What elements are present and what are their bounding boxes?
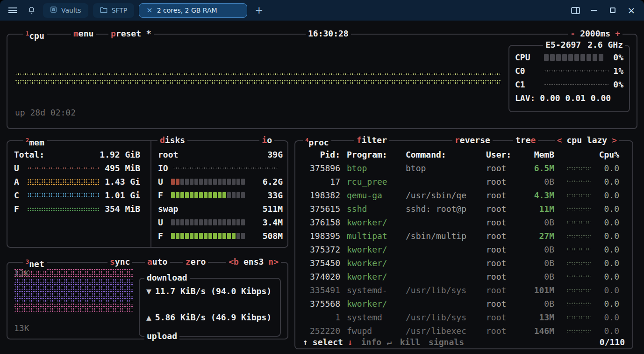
minimize-button[interactable] [587, 3, 601, 17]
cpu-usage-graph-line2 [15, 79, 501, 84]
net-graph-layer-top [14, 268, 133, 278]
preset-toggle[interactable]: preset * [108, 28, 154, 39]
select-label: select [313, 337, 343, 347]
process-count: 0/110 [600, 337, 625, 347]
mem-total-row: Total: 1.92 GiB [7, 148, 150, 161]
process-user: root [486, 312, 522, 322]
process-footer: ↑ select ↓ info ↵ kill signals 0/110 [296, 336, 631, 348]
info-button[interactable]: info ↵ [361, 337, 392, 347]
process-row[interactable]: 17 rcu_pree root 0B 0.0 [295, 175, 632, 188]
process-row[interactable]: 375450 kworker/ root 0B 0.0 [295, 256, 632, 270]
header-cpu[interactable]: Cpu% [597, 150, 619, 159]
titlebar: Vaults SFTP × 2 cores, 2 GB RAM + × [0, 0, 644, 21]
mem-cached-row: C 1.01 Gi [7, 188, 150, 202]
sort-selector[interactable]: <cpu lazy> [555, 135, 619, 146]
bell-icon[interactable] [24, 3, 38, 17]
interface-selector[interactable]: <bens3n> [226, 256, 281, 267]
process-cpu: 0.0 [597, 258, 619, 268]
process-pid: 335491 [303, 285, 340, 295]
process-row[interactable]: 375615 sshd sshd: root@p root 11M 0.0 [295, 202, 632, 216]
process-cpu-graph [566, 302, 591, 305]
tree-toggle[interactable]: tree [513, 135, 538, 146]
process-row[interactable]: 375896 btop btop root 6.5M 0.0 [295, 161, 632, 175]
hamburger-menu-icon[interactable] [6, 3, 20, 17]
process-row[interactable]: 335491 systemd- /usr/lib/sys root 101M 0… [295, 283, 632, 297]
header-pid[interactable]: Pid: [303, 150, 340, 159]
close-tab-icon[interactable]: × [146, 7, 152, 14]
process-command: /usr/lib/sys [406, 312, 479, 322]
process-user: root [486, 217, 522, 227]
tab-label: SFTP [112, 7, 128, 14]
process-mem: 13M [528, 312, 554, 322]
zero-toggle[interactable]: zero [183, 256, 208, 267]
cpu-total-meter [544, 54, 608, 61]
panel-toggle-icon[interactable] [568, 3, 582, 17]
process-row[interactable]: 198395 multipat /sbin/multip root 27M 0.… [295, 229, 632, 243]
cpu-panel-title[interactable]: 1cpu [23, 28, 47, 42]
proc-panel-title[interactable]: 4proc [303, 135, 331, 148]
menu-toggle[interactable]: menu [71, 28, 96, 39]
tab-vaults[interactable]: Vaults [43, 3, 88, 18]
process-user: root [486, 177, 522, 187]
select-down-icon[interactable]: ↓ [348, 337, 353, 347]
process-command: /sbin/multip [406, 231, 479, 241]
header-user[interactable]: User: [486, 150, 522, 159]
net-panel-title[interactable]: 3net [23, 256, 47, 270]
io-mode-toggle[interactable]: io [259, 135, 274, 146]
interval-minus-button[interactable]: - [570, 29, 575, 38]
auto-toggle[interactable]: auto [145, 256, 170, 267]
process-name: sshd [347, 204, 399, 214]
kill-button[interactable]: kill [400, 337, 420, 347]
process-mem: 0B [528, 177, 554, 187]
process-pid: 198395 [303, 231, 340, 241]
uptime-label: up 28d 02:02 [15, 108, 76, 117]
process-row[interactable]: 1 systemd /usr/lib/sys root 13M 0.0 [295, 311, 632, 324]
process-row[interactable]: 198382 qemu-ga /usr/sbin/qe root 4.3M 0.… [295, 188, 632, 202]
process-pid: 376158 [303, 217, 340, 227]
net-traffic-graph [14, 268, 133, 313]
mem-free-row: F 354 MiB [7, 202, 150, 216]
sync-toggle[interactable]: sync [107, 256, 132, 267]
new-tab-button[interactable]: + [252, 3, 266, 17]
process-row[interactable]: 375568 kworker/ root 0B 0.0 [295, 297, 632, 311]
header-mem[interactable]: MemB [528, 150, 554, 159]
process-cpu-graph [566, 180, 591, 183]
process-cpu-graph [566, 166, 591, 170]
process-row[interactable]: 376158 kworker/ root 0B 0.0 [295, 216, 632, 229]
process-name: systemd- [347, 285, 399, 295]
signals-button[interactable]: signals [429, 337, 464, 347]
process-user: root [486, 245, 522, 254]
terminal: 1cpu menu preset * 16:30:28 -2000ms+ up … [0, 21, 644, 354]
maximize-button[interactable] [606, 3, 620, 17]
process-row[interactable]: 375372 kworker/ root 0B 0.0 [295, 243, 632, 256]
process-user: root [486, 163, 522, 173]
cpu-usage-graph-line1 [15, 73, 501, 76]
process-pid: 375568 [303, 299, 340, 309]
process-user: root [486, 299, 522, 309]
interval-plus-button[interactable]: + [615, 29, 620, 38]
tab-sftp[interactable]: SFTP [93, 3, 135, 18]
process-name: kworker/ [347, 299, 399, 309]
mem-panel-title[interactable]: 2mem [23, 135, 47, 148]
tab-session-active[interactable]: × 2 cores, 2 GB RAM [139, 3, 247, 18]
process-pid: 375372 [303, 245, 340, 254]
disks-toggle[interactable]: disks [157, 135, 187, 146]
process-name: btop [347, 163, 399, 173]
close-window-button[interactable]: × [624, 3, 638, 17]
process-cpu-graph [566, 261, 591, 265]
cpu-model-title: E5-26972.6 GHz [543, 39, 625, 51]
net-speed-subpanel: download upload ▼ 11.7 KiB/s (94.0 Kibps… [139, 278, 281, 337]
process-cpu: 0.0 [597, 231, 619, 241]
disk-swap-used-row: U 3.4M [150, 216, 287, 229]
select-up-icon[interactable]: ↑ [303, 337, 308, 347]
upload-speed: ▲ 5.86 KiB/s (46.9 Kibps) [146, 311, 272, 323]
process-row[interactable]: 374020 kworker/ root 0B 0.0 [295, 270, 632, 283]
header-program[interactable]: Program: [347, 150, 399, 159]
sort-next-icon[interactable]: > [612, 135, 617, 145]
process-cpu: 0.0 [597, 245, 619, 254]
header-command[interactable]: Command: [406, 150, 479, 159]
sort-prev-icon[interactable]: < [557, 135, 562, 145]
process-user: root [486, 204, 522, 214]
reverse-toggle[interactable]: reverse [452, 135, 493, 146]
filter-toggle[interactable]: filter [354, 135, 389, 146]
